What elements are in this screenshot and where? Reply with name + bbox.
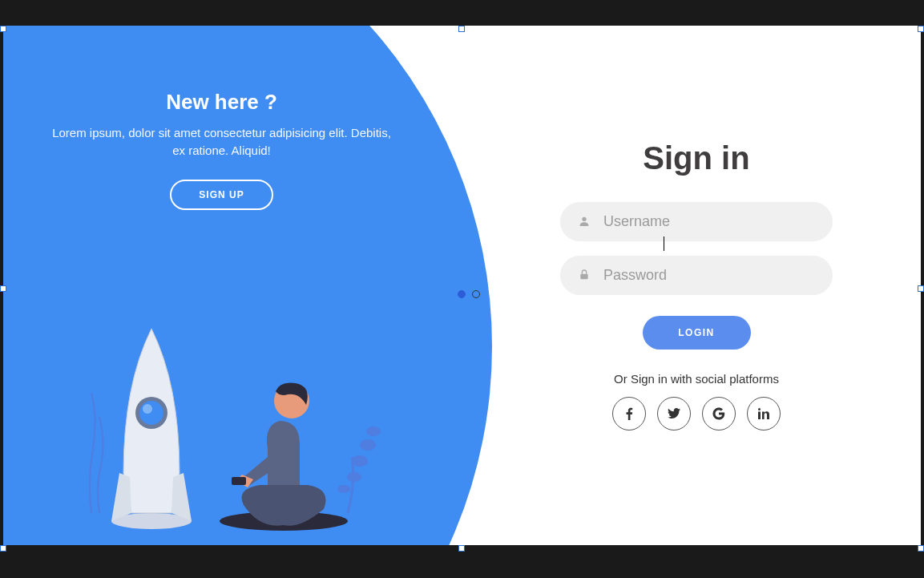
- selection-handle-bottom-left[interactable]: [0, 545, 6, 552]
- text-cursor: [664, 236, 664, 251]
- signup-button[interactable]: SIGN UP: [170, 180, 272, 210]
- username-input[interactable]: [603, 213, 815, 230]
- editor-canvas: New here ? Lorem ipsum, dolor sit amet c…: [0, 0, 924, 578]
- svg-point-2: [139, 401, 163, 425]
- selection-handle-top-right[interactable]: [918, 26, 924, 32]
- social-icons-row: [612, 397, 781, 430]
- selection-handle-mid-right[interactable]: [918, 285, 924, 292]
- linkedin-icon[interactable]: [747, 397, 781, 430]
- selection-handle-top-mid[interactable]: [458, 26, 465, 32]
- signin-title: Sign in: [643, 140, 749, 176]
- login-button[interactable]: LOGIN: [643, 316, 751, 350]
- dot-1[interactable]: [458, 290, 466, 298]
- rocket-person-illustration: [75, 289, 396, 537]
- facebook-icon[interactable]: [612, 397, 646, 430]
- google-icon[interactable]: [702, 397, 736, 430]
- twitter-icon[interactable]: [657, 397, 691, 430]
- svg-point-8: [360, 439, 376, 451]
- svg-rect-14: [758, 411, 761, 419]
- app-frame: New here ? Lorem ipsum, dolor sit amet c…: [3, 26, 921, 545]
- svg-rect-6: [232, 477, 246, 485]
- selection-handle-mid-left[interactable]: [0, 285, 6, 292]
- selection-handle-bottom-mid[interactable]: [458, 545, 465, 552]
- left-panel: New here ? Lorem ipsum, dolor sit amet c…: [3, 90, 440, 210]
- svg-point-9: [347, 472, 361, 482]
- left-description: Lorem ipsum, dolor sit amet consectetur …: [51, 124, 392, 160]
- password-field-wrapper: [560, 256, 833, 295]
- user-icon: [578, 215, 591, 228]
- lock-icon: [578, 269, 591, 281]
- selection-handle-bottom-right[interactable]: [918, 545, 924, 552]
- social-text: Or Sign in with social platforms: [614, 372, 779, 386]
- svg-point-7: [352, 455, 368, 467]
- svg-point-12: [582, 217, 586, 221]
- left-title: New here ?: [51, 90, 392, 115]
- selection-handle-top-left[interactable]: [0, 26, 6, 32]
- svg-rect-13: [580, 274, 587, 280]
- svg-point-15: [758, 408, 761, 410]
- svg-point-11: [337, 485, 350, 493]
- svg-point-3: [143, 404, 152, 414]
- svg-point-10: [366, 426, 381, 436]
- password-input[interactable]: [603, 267, 815, 284]
- signin-panel: Sign in LOGIN Or Sign in with social pla…: [472, 26, 921, 545]
- username-field-wrapper: [560, 202, 833, 241]
